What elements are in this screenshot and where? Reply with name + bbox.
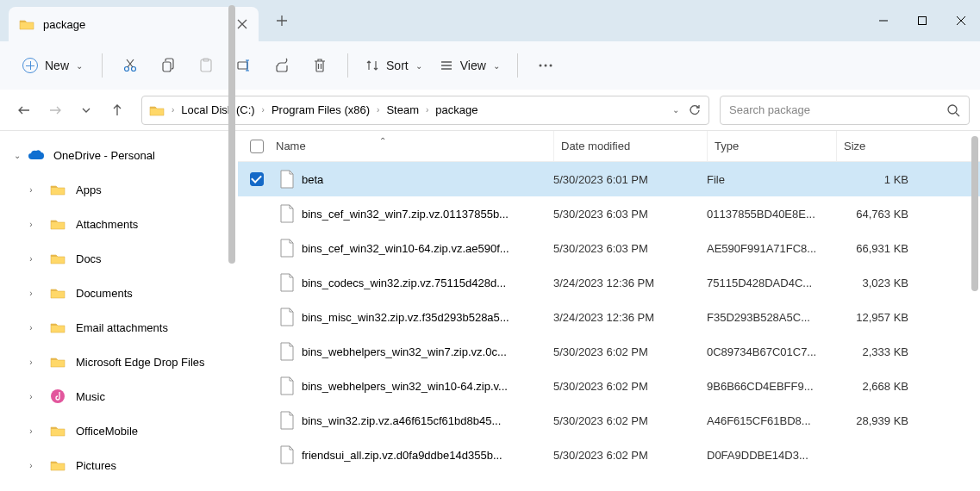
- view-button[interactable]: View ⌄: [433, 59, 507, 72]
- sidebar-item[interactable]: ›Docs: [0, 241, 238, 276]
- file-row[interactable]: bins_webhelpers_win32_win7.zip.vz.0c...5…: [238, 334, 980, 369]
- sidebar-item[interactable]: ›Email attachments: [0, 310, 238, 345]
- maximize-button[interactable]: [902, 0, 941, 41]
- file-name-cell[interactable]: friendsui_all.zip.vz.d0fa9ddbe14d355b...: [276, 445, 553, 464]
- sidebar-item[interactable]: ›Apps: [0, 172, 238, 207]
- back-button[interactable]: [10, 96, 38, 124]
- file-date: 5/30/2023 6:02 PM: [553, 380, 707, 393]
- row-checkbox[interactable]: [238, 172, 276, 186]
- delete-button[interactable]: [303, 48, 337, 83]
- file-row[interactable]: bins_misc_win32.zip.vz.f35d293b528a5...3…: [238, 300, 980, 334]
- sort-button[interactable]: Sort ⌄: [359, 59, 429, 72]
- file-name-cell[interactable]: bins_cef_win32_win7.zip.vz.01137855b...: [276, 204, 553, 223]
- tab-active[interactable]: package: [9, 7, 259, 41]
- up-button[interactable]: [103, 96, 131, 124]
- new-tab-button[interactable]: [276, 15, 288, 27]
- file-row[interactable]: bins_codecs_win32.zip.vz.75115d428d...3/…: [238, 265, 980, 300]
- file-row[interactable]: bins_webhelpers_win32_win10-64.zip.v...5…: [238, 369, 980, 403]
- breadcrumb-item[interactable]: Local Disk (C:)›: [178, 103, 268, 116]
- file-type: 0C89734B67C01C7...: [707, 345, 836, 358]
- recent-button[interactable]: [72, 96, 100, 124]
- file-row[interactable]: bins_cef_win32_win7.zip.vz.01137855b...5…: [238, 196, 980, 231]
- file-icon: [279, 411, 295, 430]
- breadcrumb-item[interactable]: package: [432, 103, 481, 116]
- file-name-cell[interactable]: bins_cef_win32_win10-64.zip.vz.ae590f...: [276, 239, 553, 258]
- select-all-checkbox[interactable]: [238, 140, 276, 153]
- address-bar[interactable]: › Local Disk (C:)› Program Files (x86)› …: [141, 96, 709, 125]
- file-name-cell[interactable]: bins_webhelpers_win32_win7.zip.vz.0c...: [276, 342, 553, 361]
- file-name-cell[interactable]: bins_webhelpers_win32_win10-64.zip.v...: [276, 376, 553, 395]
- forward-button[interactable]: [41, 96, 69, 124]
- file-name-cell[interactable]: bins_codecs_win32.zip.vz.75115d428d...: [276, 273, 553, 292]
- sidebar-item[interactable]: ›OfficeMobile: [0, 413, 238, 448]
- file-name: bins_cef_win32_win7.zip.vz.01137855b...: [302, 208, 509, 221]
- close-icon: [956, 16, 966, 26]
- file-name: beta: [302, 173, 323, 186]
- file-icon: [279, 342, 295, 361]
- column-header-size[interactable]: Size: [836, 131, 919, 161]
- sidebar-item[interactable]: ›Attachments: [0, 207, 238, 241]
- separator: [347, 53, 348, 78]
- file-name-cell[interactable]: bins_misc_win32.zip.vz.f35d293b528a5...: [276, 308, 553, 326]
- expand-icon[interactable]: ›: [24, 426, 38, 436]
- file-icon: [279, 204, 295, 223]
- chevron-down-icon: ⌄: [76, 61, 83, 71]
- sidebar-item[interactable]: ›Microsoft Edge Drop Files: [0, 345, 238, 379]
- file-row[interactable]: bins_win32.zip.vz.a46f615cf61bd8b45...5/…: [238, 403, 980, 438]
- breadcrumb-root-chevron[interactable]: ›: [165, 105, 178, 115]
- tab-title: package: [43, 18, 236, 31]
- close-window-button[interactable]: [941, 0, 980, 41]
- close-tab-icon[interactable]: [236, 18, 248, 30]
- sidebar-item[interactable]: ›Documents: [0, 276, 238, 310]
- address-dropdown[interactable]: ⌄: [672, 105, 679, 115]
- folder-icon: [50, 321, 66, 333]
- paste-button[interactable]: [189, 48, 223, 83]
- file-type: F35D293B528A5C...: [707, 311, 836, 324]
- share-button[interactable]: [265, 48, 299, 83]
- copy-button[interactable]: [151, 48, 185, 83]
- sidebar-item[interactable]: ›Pictures: [0, 448, 238, 482]
- column-header-type[interactable]: Type: [707, 131, 836, 161]
- expand-icon[interactable]: ›: [24, 461, 38, 470]
- refresh-icon[interactable]: [688, 103, 702, 117]
- expand-icon[interactable]: ›: [24, 185, 38, 195]
- file-name: bins_misc_win32.zip.vz.f35d293b528a5...: [302, 311, 509, 324]
- column-header-date[interactable]: Date modified: [553, 131, 707, 161]
- file-row[interactable]: bins_cef_win32_win10-64.zip.vz.ae590f...…: [238, 231, 980, 265]
- svg-rect-3: [163, 62, 171, 71]
- sort-icon: [365, 59, 379, 72]
- new-button-label: New: [45, 59, 69, 72]
- file-icon: [279, 273, 295, 292]
- expand-icon[interactable]: ›: [24, 323, 38, 333]
- folder-icon: [50, 252, 66, 264]
- sidebar-root-onedrive[interactable]: ⌄ OneDrive - Personal: [0, 138, 238, 172]
- collapse-icon[interactable]: ⌄: [10, 151, 24, 160]
- sidebar-item-label: Docs: [76, 252, 102, 265]
- more-button[interactable]: [528, 48, 563, 83]
- file-row[interactable]: friendsui_all.zip.vz.d0fa9ddbe14d355b...…: [238, 438, 980, 472]
- file-name-cell[interactable]: bins_win32.zip.vz.a46f615cf61bd8b45...: [276, 411, 553, 430]
- file-row[interactable]: beta5/30/2023 6:01 PMFile1 KB: [238, 162, 980, 196]
- expand-icon[interactable]: ›: [24, 289, 38, 298]
- expand-icon[interactable]: ›: [24, 254, 38, 264]
- sidebar-item[interactable]: ›Music: [0, 379, 238, 413]
- expand-icon[interactable]: ›: [24, 357, 38, 367]
- column-header-name[interactable]: ⌃Name: [276, 140, 553, 152]
- expand-icon[interactable]: ›: [24, 220, 38, 229]
- cut-button[interactable]: [113, 48, 147, 83]
- search-box[interactable]: Search package: [720, 96, 970, 125]
- expand-icon[interactable]: ›: [24, 392, 38, 401]
- chevron-right-icon: ›: [262, 105, 265, 115]
- file-icon: [279, 170, 295, 189]
- minimize-button[interactable]: [864, 0, 902, 41]
- new-button[interactable]: New ⌄: [14, 53, 91, 78]
- sidebar-scrollbar[interactable]: [228, 5, 235, 264]
- minimize-icon: [878, 16, 889, 26]
- breadcrumb-item[interactable]: Steam›: [383, 103, 432, 116]
- folder-icon: [50, 218, 66, 230]
- trash-icon: [312, 58, 328, 73]
- breadcrumb-item[interactable]: Program Files (x86)›: [268, 103, 383, 116]
- file-name-cell[interactable]: beta: [276, 170, 553, 189]
- title-bar: package: [0, 0, 980, 41]
- file-pane: ⌃Name Date modified Type Size beta5/30/2…: [238, 131, 980, 491]
